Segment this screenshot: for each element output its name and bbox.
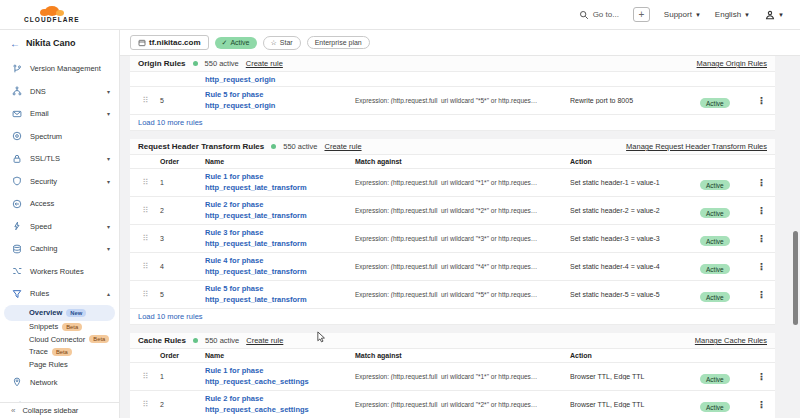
rule-order: 5 [160, 97, 205, 104]
search-icon [579, 9, 590, 20]
rule-name-link[interactable]: http_request_late_transform [205, 211, 355, 221]
sidebar-item-label: Speed [30, 222, 99, 231]
sidebar-item-label: Rules [30, 289, 99, 298]
drag-handle-icon[interactable]: ⠿ [130, 262, 160, 271]
rule-name-link[interactable]: http_request_origin [205, 75, 355, 84]
status-badge: Active [700, 208, 730, 218]
section-title: Request Header Transform Rules [138, 142, 264, 151]
star-button[interactable]: ☆ Star [263, 36, 301, 50]
create-rule-link[interactable]: Create rule [324, 142, 361, 151]
drag-handle-icon[interactable]: ⠿ [130, 400, 160, 409]
cloudflare-logo[interactable]: CLOUDFLARE [24, 5, 80, 24]
rule-name-link[interactable]: http_request_late_transform [205, 267, 355, 277]
sidebar-subitem[interactable]: Snippets Beta [4, 321, 115, 334]
add-button[interactable]: + [633, 7, 650, 22]
status-badge: Active [700, 402, 730, 412]
rule-action: Browser TTL, Edge TTL [570, 401, 700, 408]
goto-search[interactable]: Go to... [579, 9, 619, 20]
manage-rules-link[interactable]: Manage Origin Rules [697, 59, 767, 68]
manage-rules-link[interactable]: Manage Cache Rules [695, 336, 767, 345]
sidebar-item[interactable]: Speed ▾ [0, 217, 119, 237]
kebab-menu-icon[interactable]: ⋮ [748, 95, 775, 106]
rule-name-link[interactable]: Rule 1 for phase [205, 172, 355, 182]
sidebar-item[interactable]: Network [0, 373, 119, 393]
rule-name-link[interactable]: http_request_cache_settings [205, 377, 355, 387]
rule-expression: Expression: (http.request.full_uri wildc… [355, 235, 570, 242]
sidebar-subitem-label: Snippets [29, 322, 58, 331]
manage-rules-link[interactable]: Manage Request Header Transform Rules [626, 142, 767, 151]
rule-name-link[interactable]: Rule 3 for phase [205, 228, 355, 238]
back-arrow-icon[interactable]: ← [10, 38, 20, 49]
kebab-menu-icon[interactable]: ⋮ [748, 371, 775, 382]
user-menu[interactable]: ▼ [764, 9, 784, 20]
rule-name-link[interactable]: Rule 1 for phase [205, 366, 355, 376]
load-more-link[interactable]: Load 10 more rules [138, 312, 203, 321]
sidebar-item[interactable]: Security ▾ [0, 172, 119, 192]
rule-order: 2 [160, 401, 205, 408]
vertical-scrollbar[interactable] [793, 231, 798, 325]
support-menu[interactable]: Support ▼ [664, 10, 701, 19]
create-rule-link[interactable]: Create rule [246, 59, 283, 68]
rule-name-link[interactable]: http_request_origin [205, 101, 355, 111]
rule-name-link[interactable]: Rule 4 for phase [205, 256, 355, 266]
create-rule-link[interactable]: Create rule [246, 336, 283, 345]
drag-handle-icon[interactable]: ⠿ [130, 96, 160, 105]
collapse-sidebar-button[interactable]: « Collapse sidebar [0, 402, 119, 417]
sidebar-item[interactable]: Rules ▴ [0, 284, 119, 304]
sidebar-subitem[interactable]: Overview New [4, 305, 115, 321]
kebab-menu-icon[interactable]: ⋮ [748, 289, 775, 300]
kebab-menu-icon[interactable]: ⋮ [748, 399, 775, 410]
sidebar-item[interactable]: Traffic ▾ [0, 395, 119, 402]
rule-expression: Expression: (http.request.full_uri wildc… [355, 207, 570, 214]
rule-name: Rule 4 for phase http_request_late_trans… [205, 256, 355, 276]
rule-name-link[interactable]: Rule 2 for phase [205, 394, 355, 404]
language-menu[interactable]: English ▼ [715, 10, 750, 19]
sidebar-subitem[interactable]: Trace Beta [4, 346, 115, 359]
rule-action: Browser TTL, Edge TTL [570, 373, 700, 380]
kebab-menu-icon[interactable]: ⋮ [748, 205, 775, 216]
kebab-menu-icon[interactable]: ⋮ [748, 261, 775, 272]
rule-name-link[interactable]: http_request_late_transform [205, 295, 355, 305]
domain-selector[interactable]: tf.nikitac.com [130, 35, 209, 50]
drag-handle-icon[interactable]: ⠿ [130, 178, 160, 187]
support-label: Support [664, 10, 692, 19]
sidebar-item[interactable]: Spectrum [0, 127, 119, 147]
sidebar-item[interactable]: DNS ▾ [0, 82, 119, 102]
rule-name-link[interactable]: http_request_late_transform [205, 183, 355, 193]
sidebar-item[interactable]: Email ▾ [0, 104, 119, 124]
chevron-down-icon: ▼ [744, 12, 750, 18]
kebab-menu-icon[interactable]: ⋮ [748, 233, 775, 244]
sidebar-submenu: Overview New Snippets Beta Cloud Connect… [0, 304, 119, 373]
rule-name-link[interactable]: Rule 2 for phase [205, 200, 355, 210]
drag-handle-icon[interactable]: ⠿ [130, 234, 160, 243]
active-dot-icon [193, 61, 198, 66]
rule-name: Rule 1 for phase http_request_cache_sett… [205, 366, 355, 386]
load-more-link[interactable]: Load 10 more rules [138, 118, 203, 127]
rule-name-link[interactable]: http_request_cache_settings [205, 405, 355, 415]
sidebar-item[interactable]: Access [0, 194, 119, 214]
rule-name-link[interactable]: http_request_late_transform [205, 239, 355, 249]
rule-expression: Expression: (http.request.full_uri wildc… [355, 401, 570, 408]
sidebar-item-label: Spectrum [30, 132, 110, 141]
rule-name-link[interactable]: Rule 5 for phase [205, 284, 355, 294]
drag-handle-icon[interactable]: ⠿ [130, 290, 160, 299]
drag-handle-icon[interactable]: ⠿ [130, 206, 160, 215]
sidebar-nav: Version Management DNS ▾ [0, 56, 119, 402]
drag-handle-icon[interactable]: ⠿ [130, 372, 160, 381]
rule-expression: Expression: (http.request.full_uri wildc… [355, 373, 570, 380]
kebab-menu-icon[interactable]: ⋮ [748, 177, 775, 188]
col-action: Action [570, 158, 700, 165]
sidebar-item[interactable]: SSL/TLS ▾ [0, 149, 119, 169]
sidebar-subitem[interactable]: Cloud Connector Beta [4, 333, 115, 346]
sidebar-item-label: Email [30, 109, 99, 118]
rule-name-link[interactable]: Rule 5 for phase [205, 90, 355, 100]
sidebar-item[interactable]: Caching ▾ [0, 239, 119, 259]
rules-section: Request Header Transform Rules 550 activ… [130, 139, 775, 325]
sidebar-item[interactable]: Workers Routes [0, 262, 119, 282]
chevron-down-icon: ▾ [107, 245, 110, 252]
account-header[interactable]: ← Nikita Cano [0, 30, 119, 56]
col-match: Match against [355, 352, 570, 359]
sidebar-subitem[interactable]: Page Rules [4, 358, 115, 371]
chevron-down-icon: ▾ [107, 178, 110, 185]
sidebar-item[interactable]: Version Management [0, 59, 119, 79]
